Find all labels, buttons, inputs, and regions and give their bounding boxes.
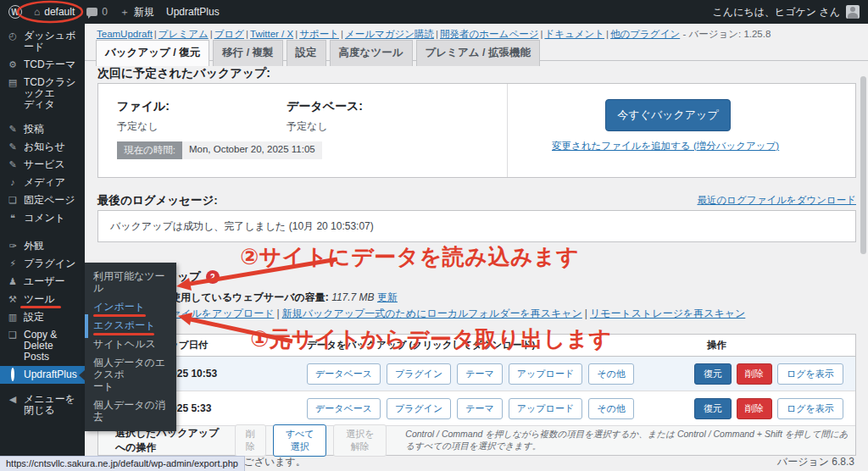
download-uploads-button[interactable]: アップロード: [509, 398, 582, 419]
comments-menu[interactable]: 0: [86, 6, 108, 18]
tab-advanced-tools[interactable]: 高度なツール: [330, 40, 413, 66]
bulk-delete-button[interactable]: 削除: [235, 424, 266, 457]
sidebar-item-label: ツール: [24, 294, 55, 305]
view-log-button[interactable]: ログを表示: [777, 398, 843, 419]
sidebar-item-label: お知らせ: [24, 141, 65, 152]
link-developer-home[interactable]: 開発者のホームページ: [440, 29, 538, 39]
card-divider: [507, 84, 508, 177]
sidebar-item-collapse-menu[interactable]: ◀メニューを閉じる: [0, 391, 85, 419]
pin-icon: ✎: [8, 141, 18, 152]
tools-icon: ⚒: [8, 294, 18, 305]
sidebar-item-users[interactable]: ♟ユーザー: [0, 273, 85, 291]
column-label: 操作: [694, 339, 726, 352]
rescan-remote-link[interactable]: リモートストレージを再スキャン: [590, 308, 745, 319]
delete-button[interactable]: 削除: [737, 363, 772, 385]
link-teamupdraft[interactable]: TeamUpdraft: [97, 29, 153, 39]
deselect-button[interactable]: 選択を解除: [333, 424, 387, 457]
download-database-button[interactable]: データベース: [307, 398, 381, 419]
separator: |: [209, 29, 214, 39]
submenu-item-available-tools[interactable]: 利用可能なツール: [85, 267, 176, 297]
download-others-button[interactable]: その他: [588, 398, 634, 419]
wordpress-admin-page: W ⌂ default 0 ＋ 新規 UpdraftPlus こんにちは、ヒゴケ…: [0, 0, 868, 471]
sidebar-item-settings[interactable]: ▥設定: [0, 308, 85, 326]
updraftplus-topbar-menu[interactable]: UpdraftPlus: [166, 6, 220, 18]
database-value: 予定なし: [287, 119, 363, 134]
sidebar-item-label: コメント: [24, 213, 65, 224]
greeting-text[interactable]: こんにちは、ヒゴケン さん: [713, 5, 840, 19]
sidebar-item-dashboard[interactable]: ◴ダッシュボード: [0, 27, 85, 56]
link-blog[interactable]: ブログ: [214, 29, 244, 39]
sidebar-item-tools[interactable]: ⚒ツール: [0, 291, 85, 308]
sidebar-item-services[interactable]: ✎サービス: [0, 156, 85, 174]
refresh-link[interactable]: 更新: [377, 291, 398, 303]
download-plugins-button[interactable]: プラグイン: [387, 363, 451, 385]
link-newsletter[interactable]: メールマガジン購読: [345, 29, 434, 39]
rescan-local-link[interactable]: 新規バックアップ一式のためにローカルフォルダーを再スキャン: [282, 308, 582, 319]
link-support[interactable]: サポート: [299, 29, 339, 39]
download-themes-button[interactable]: テーマ: [457, 363, 503, 385]
scheduled-backup-heading: 次回に予定されたバックアップ:: [97, 66, 270, 81]
submenu-item-site-health[interactable]: サイトヘルス: [85, 335, 176, 353]
tab-migrate-clone[interactable]: 移行 / 複製: [213, 40, 282, 66]
site-menu[interactable]: ⌂ default: [34, 6, 75, 18]
download-themes-button[interactable]: テーマ: [457, 398, 503, 419]
restore-button[interactable]: 復元: [694, 363, 732, 385]
submenu-item-export-personal-data[interactable]: 個人データのエクスポ ート: [85, 353, 176, 396]
sidebar-item-plugins[interactable]: ⚡プラグイン: [0, 255, 85, 273]
link-status-bar: https://cntsvllc.sakura.ne.jp/default/wp…: [0, 456, 245, 471]
tab-premium-extensions[interactable]: プレミアム / 拡張機能: [416, 40, 540, 66]
incremental-backup-link[interactable]: 変更されたファイルを追加する (増分バックアップ): [552, 140, 779, 152]
link-twitter[interactable]: Twitter / X: [250, 29, 293, 39]
download-log-link[interactable]: 最近のログファイルをダウンロード: [697, 194, 856, 207]
sidebar-item-label: 設定: [24, 312, 44, 323]
active-item-arrow-icon: [74, 370, 85, 380]
last-log-heading: 最後のログメッセージ:: [97, 193, 218, 208]
sidebar-item-copy-delete-posts[interactable]: ❑Copy & Delete Posts: [0, 326, 85, 366]
site-name: default: [44, 6, 75, 18]
sidebar-item-comments[interactable]: ❝コメント: [0, 209, 85, 227]
sidebar-item-label: ダッシュボード: [24, 30, 80, 53]
copy-icon: ❑: [8, 330, 18, 341]
annotation-step1-text: ①元サイトからデータ取り出します: [250, 324, 612, 354]
download-uploads-button[interactable]: アップロード: [509, 363, 582, 385]
new-content-menu[interactable]: ＋ 新規: [120, 5, 154, 19]
tab-backup-restore[interactable]: バックアップ / 復元: [96, 40, 209, 66]
user-avatar[interactable]: [846, 5, 860, 19]
sidebar-item-tcd-theme[interactable]: ⚙TCDテーマ: [0, 56, 85, 74]
sidebar-item-pages[interactable]: ❏固定ページ: [0, 191, 85, 209]
scrollbar-thumb[interactable]: [860, 76, 866, 254]
submenu-item-export[interactable]: エクスポート: [85, 316, 176, 335]
sidebar-item-updraftplus[interactable]: UpdraftPlus: [0, 366, 85, 384]
download-database-button[interactable]: データベース: [307, 363, 381, 385]
admin-bar: W ⌂ default 0 ＋ 新規 UpdraftPlus こんにちは、ヒゴケ…: [0, 0, 868, 24]
backup-now-button[interactable]: 今すぐバックアップ: [605, 99, 731, 131]
separator: |: [604, 29, 610, 39]
sidebar-item-appearance[interactable]: ✑外観: [0, 237, 85, 255]
sidebar-item-label: メニューを閉じる: [24, 394, 80, 416]
column-actions: 操作: [694, 339, 855, 352]
link-other-plugins[interactable]: 他のプラグイン: [610, 29, 680, 39]
view-log-button[interactable]: ログを表示: [777, 363, 843, 385]
sidebar-item-label: メディア: [24, 177, 65, 188]
log-message-box: バックアップは成功し、完了しました (10月 20 10:53:07): [97, 210, 856, 242]
restore-button[interactable]: 復元: [694, 398, 732, 419]
submenu-item-import[interactable]: インポート: [85, 297, 176, 316]
wp-logo-menu[interactable]: W: [8, 5, 22, 19]
sidebar-item-posts[interactable]: ✎投稿: [0, 120, 85, 138]
link-premium[interactable]: プレミアム: [159, 29, 209, 39]
annotation-step2-text: ②サイトにデータを読み込みます: [240, 242, 579, 272]
select-all-button[interactable]: すべて選択: [273, 424, 326, 457]
sidebar-item-news[interactable]: ✎お知らせ: [0, 138, 85, 156]
updraft-tabs: バックアップ / 復元 移行 / 複製 設定 高度なツール プレミアム / 拡張…: [96, 40, 540, 66]
sidebar-item-media[interactable]: ♪メディア: [0, 174, 85, 191]
wp-version-text: バージョン 6.8.3: [777, 455, 854, 469]
download-others-button[interactable]: その他: [588, 363, 634, 385]
tab-settings[interactable]: 設定: [287, 40, 326, 66]
link-docs[interactable]: ドキュメント: [544, 29, 604, 39]
wordpress-logo-icon: W: [8, 5, 22, 19]
sidebar-item-tcd-classic-editor[interactable]: ▤TCDクラシックエ ディタ: [0, 74, 85, 114]
delete-button[interactable]: 削除: [737, 398, 772, 419]
submenu-item-erase-personal-data[interactable]: 個人データの消去: [85, 396, 176, 426]
download-plugins-button[interactable]: プラグイン: [387, 398, 451, 419]
comment-count: 0: [102, 6, 108, 18]
